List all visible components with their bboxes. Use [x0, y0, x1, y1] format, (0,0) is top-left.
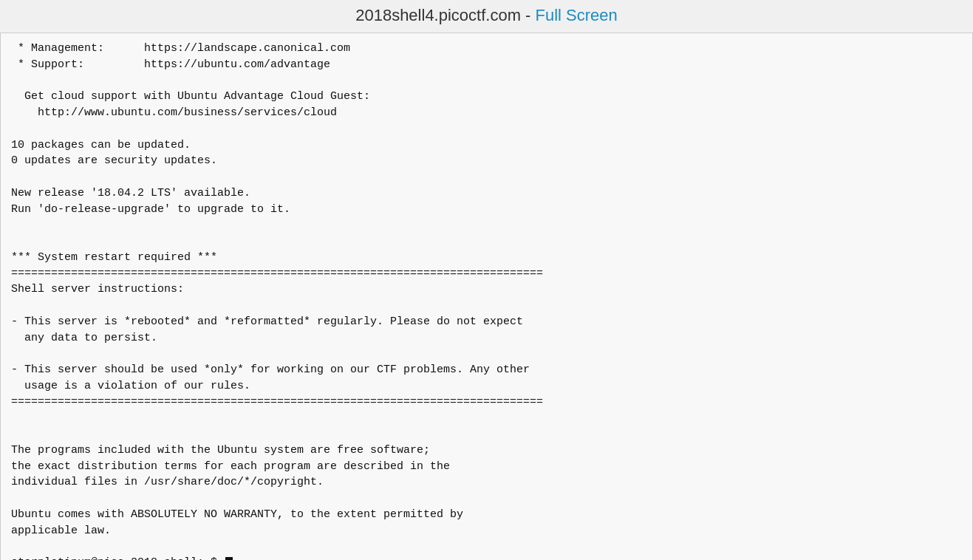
- terminal-output: * Management: https://landscape.canonica…: [11, 41, 962, 560]
- full-screen-link[interactable]: Full Screen: [536, 6, 618, 24]
- page-title: 2018shell4.picoctf.com - Full Screen: [0, 0, 973, 33]
- terminal-container: * Management: https://landscape.canonica…: [0, 33, 973, 560]
- terminal-cursor: [225, 557, 233, 560]
- title-text: 2018shell4.picoctf.com -: [355, 6, 535, 24]
